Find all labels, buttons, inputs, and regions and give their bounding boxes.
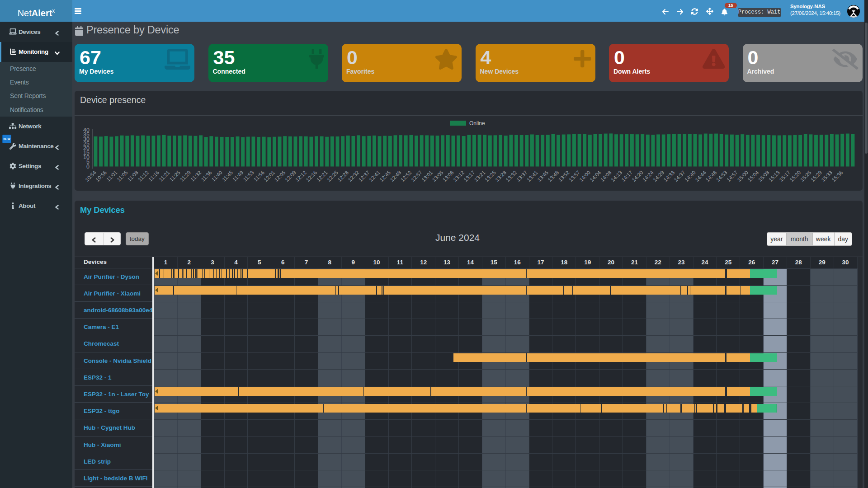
svg-text:11:40: 11:40 <box>211 169 223 182</box>
svg-text:13:32: 13:32 <box>505 169 518 183</box>
svg-text:13:05: 13:05 <box>431 169 444 183</box>
svg-text:13:17: 13:17 <box>463 169 476 183</box>
svg-text:13:45: 13:45 <box>536 169 549 183</box>
svg-text:14:20: 14:20 <box>631 169 644 183</box>
svg-text:12:09: 12:09 <box>284 169 297 183</box>
svg-text:14:00: 14:00 <box>578 169 591 183</box>
svg-text:10:56: 10:56 <box>94 169 108 183</box>
svg-text:12:25: 12:25 <box>326 169 339 183</box>
svg-text:15:00: 15:00 <box>736 169 749 183</box>
svg-text:13:01: 13:01 <box>420 169 434 183</box>
svg-text:13:12: 13:12 <box>452 169 465 183</box>
svg-text:15:36: 15:36 <box>831 169 844 183</box>
svg-text:12:05: 12:05 <box>274 169 287 183</box>
svg-text:12:52: 12:52 <box>400 169 413 183</box>
svg-text:14:24: 14:24 <box>642 169 655 183</box>
svg-text:13:48: 13:48 <box>547 169 560 183</box>
svg-text:11:05: 11:05 <box>116 169 128 182</box>
svg-text:12:01: 12:01 <box>263 169 276 183</box>
svg-text:11:12: 11:12 <box>137 169 150 182</box>
svg-text:40: 40 <box>83 127 90 133</box>
svg-text:13:21: 13:21 <box>473 169 486 183</box>
svg-text:11:16: 11:16 <box>147 169 160 182</box>
svg-text:Online: Online <box>469 120 485 127</box>
svg-text:14:08: 14:08 <box>599 169 613 183</box>
svg-text:13:25: 13:25 <box>484 169 497 183</box>
svg-text:12:28: 12:28 <box>336 169 349 183</box>
svg-text:11:08: 11:08 <box>127 169 139 182</box>
svg-text:15:13: 15:13 <box>768 169 781 183</box>
svg-text:15:04: 15:04 <box>747 169 760 183</box>
svg-text:13:57: 13:57 <box>568 169 581 183</box>
svg-text:11:32: 11:32 <box>189 169 202 182</box>
svg-text:11:49: 11:49 <box>231 169 244 182</box>
svg-text:12:12: 12:12 <box>294 169 307 183</box>
svg-text:11:21: 11:21 <box>158 169 170 182</box>
svg-text:14:04: 14:04 <box>589 169 602 183</box>
svg-text:11:25: 11:25 <box>169 169 181 182</box>
svg-text:12:48: 12:48 <box>389 169 402 183</box>
svg-text:13:52: 13:52 <box>557 169 571 183</box>
svg-text:15:25: 15:25 <box>799 169 812 183</box>
svg-text:12:57: 12:57 <box>410 169 423 183</box>
svg-text:14:37: 14:37 <box>673 169 686 183</box>
svg-text:11:01: 11:01 <box>105 169 118 182</box>
svg-text:11:36: 11:36 <box>200 169 213 182</box>
svg-text:12:21: 12:21 <box>316 169 329 183</box>
svg-text:14:40: 14:40 <box>684 169 697 183</box>
svg-text:14:44: 14:44 <box>694 169 707 183</box>
svg-text:14:33: 14:33 <box>663 169 676 183</box>
svg-text:12:16: 12:16 <box>305 169 318 183</box>
svg-text:14:53: 14:53 <box>715 169 728 183</box>
svg-text:11:53: 11:53 <box>242 169 255 182</box>
svg-text:12:41: 12:41 <box>368 169 381 183</box>
svg-text:14:17: 14:17 <box>620 169 633 183</box>
svg-text:13:28: 13:28 <box>494 169 507 183</box>
svg-text:14:13: 14:13 <box>610 169 623 183</box>
svg-text:12:32: 12:32 <box>347 169 360 183</box>
svg-text:15:20: 15:20 <box>789 169 802 183</box>
svg-text:12:45: 12:45 <box>378 169 392 183</box>
svg-text:15:17: 15:17 <box>778 169 791 183</box>
svg-text:15:08: 15:08 <box>757 169 770 183</box>
svg-text:13:37: 13:37 <box>515 169 528 183</box>
svg-text:11:45: 11:45 <box>221 169 234 182</box>
svg-text:12:37: 12:37 <box>358 169 371 183</box>
svg-text:11:29: 11:29 <box>179 169 192 182</box>
svg-text:10:54: 10:54 <box>84 169 97 183</box>
svg-text:15:29: 15:29 <box>810 169 823 183</box>
svg-text:14:48: 14:48 <box>705 169 718 183</box>
svg-text:14:29: 14:29 <box>652 169 665 183</box>
svg-text:13:08: 13:08 <box>442 169 455 183</box>
svg-text:11:56: 11:56 <box>253 169 265 182</box>
svg-text:14:57: 14:57 <box>726 169 739 183</box>
svg-text:15:33: 15:33 <box>820 169 833 183</box>
svg-text:13:41: 13:41 <box>526 169 539 183</box>
